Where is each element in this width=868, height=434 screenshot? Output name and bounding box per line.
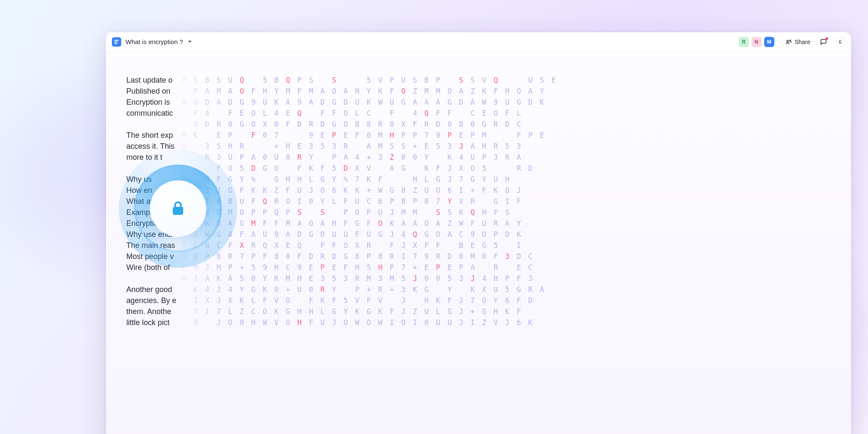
notification-badge xyxy=(826,37,828,40)
share-button[interactable]: Share xyxy=(782,37,814,47)
avatar-stack: RNM xyxy=(739,37,774,47)
document-title[interactable]: What is encryption ? xyxy=(125,38,183,45)
svg-point-0 xyxy=(787,40,788,42)
document-icon xyxy=(112,37,121,47)
lock-illustration xyxy=(119,149,237,268)
svg-rect-2 xyxy=(173,207,183,215)
comments-button[interactable] xyxy=(818,36,829,47)
cipher-overlay: PSBSUQ 5BQPS S 5VPUSBP SSVQ USE I FAMAOF… xyxy=(170,75,847,328)
avatar[interactable]: N xyxy=(751,37,762,47)
editor-canvas: PSBSUQ 5BQPS S 5VPUSBP SSVQ USE I FAMAOF… xyxy=(106,52,851,434)
document-body: Last update o Published on Encryption is… xyxy=(126,75,554,328)
titlebar: What is encryption ? RNM Share E xyxy=(106,32,851,52)
avatar[interactable]: M xyxy=(764,37,774,47)
lock-icon xyxy=(150,181,206,236)
share-icon xyxy=(785,39,792,45)
share-label: Share xyxy=(795,39,810,45)
avatar[interactable]: R xyxy=(739,37,749,47)
svg-point-1 xyxy=(789,40,790,41)
editor-badge[interactable]: E xyxy=(836,37,845,47)
app-window: What is encryption ? RNM Share E PSBSUQ … xyxy=(106,32,851,434)
chevron-down-icon[interactable] xyxy=(188,41,192,43)
